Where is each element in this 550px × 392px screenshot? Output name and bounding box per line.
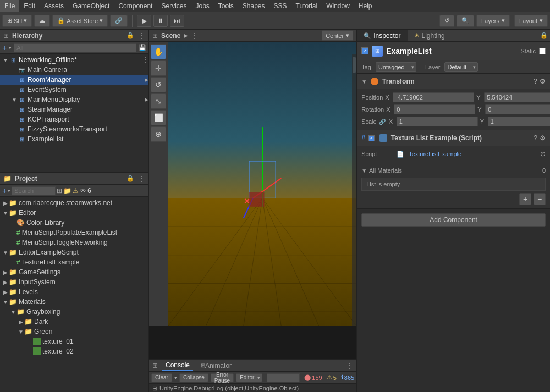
clear-btn[interactable]: Clear bbox=[151, 373, 172, 382]
menu-edit[interactable]: Edit bbox=[19, 0, 40, 12]
project-lock-icon[interactable]: 🔒 bbox=[127, 175, 134, 183]
transform-help-icon[interactable]: ? bbox=[534, 78, 537, 85]
proj-item-materials[interactable]: ▼ 📁 Materials bbox=[0, 297, 148, 307]
proj-item-steamworks[interactable]: ▶ 📁 com.rlabrecque.steamworks.net bbox=[0, 198, 148, 208]
error-pause-btn[interactable]: Error Pause bbox=[211, 373, 234, 382]
layer-select[interactable]: Default bbox=[444, 62, 478, 72]
undo-history-btn[interactable]: ↺ bbox=[439, 15, 454, 27]
add-icon[interactable]: + bbox=[2, 43, 7, 52]
scale-x-input[interactable] bbox=[397, 117, 478, 126]
step-btn[interactable]: ⏭ bbox=[170, 15, 184, 27]
project-add-icon[interactable]: + bbox=[2, 186, 7, 195]
hierarchy-save-icon[interactable]: 💾 bbox=[139, 44, 146, 51]
tree-item-roommanager[interactable]: ⊞ RoomManager ▶ bbox=[0, 75, 148, 85]
script-settings-icon[interactable]: ⚙ bbox=[540, 134, 546, 142]
proj-item-texturelist[interactable]: # TextureListExample bbox=[0, 257, 148, 267]
asset-store-btn[interactable]: 🔒 Asset Store ▾ bbox=[52, 15, 108, 27]
menu-gameobject[interactable]: GameObject bbox=[68, 0, 114, 12]
position-x-input[interactable] bbox=[393, 92, 474, 102]
project-search-input[interactable] bbox=[12, 186, 56, 195]
menu-shapes[interactable]: Shapes bbox=[238, 0, 270, 12]
menu-services[interactable]: Services bbox=[157, 0, 191, 12]
project-filter-icon[interactable]: ⊞ bbox=[57, 187, 62, 195]
scale-tool-btn[interactable]: ⤡ bbox=[151, 93, 166, 109]
menu-file[interactable]: File bbox=[0, 0, 19, 12]
script-help-icon[interactable]: ? bbox=[534, 134, 537, 142]
tree-item-mainmenudisplay[interactable]: ▼ ⊞ MainMenuDisplay ▶ bbox=[0, 95, 148, 104]
search-btn[interactable]: 🔍 bbox=[457, 15, 474, 27]
menu-jobs[interactable]: Jobs bbox=[191, 0, 213, 12]
menu-assets[interactable]: Assets bbox=[40, 0, 68, 12]
move-tool-btn[interactable]: ✛ bbox=[151, 60, 166, 76]
hand-tool-btn[interactable]: ✋ bbox=[151, 44, 166, 59]
clear-dropdown-arrow[interactable]: ▾ bbox=[174, 375, 177, 380]
proj-item-grayboxing[interactable]: ▼ 📁 Grayboxing bbox=[0, 307, 148, 317]
script-file-value[interactable]: TextureListExample bbox=[409, 151, 538, 157]
proj-item-inputsystem[interactable]: ▶ 📁 InputSystem bbox=[0, 277, 148, 287]
proj-item-colorlib[interactable]: 🎨 Color-Library bbox=[0, 218, 148, 228]
materials-arrow-icon[interactable]: ▼ bbox=[361, 168, 367, 174]
scene-more-icon[interactable]: ⋮ bbox=[191, 32, 198, 40]
pause-btn[interactable]: ⏸ bbox=[153, 15, 168, 27]
menu-tutorial[interactable]: Tutorial bbox=[292, 0, 322, 12]
rotation-x-input[interactable] bbox=[394, 104, 475, 114]
menu-tools[interactable]: Tools bbox=[214, 0, 238, 12]
rotation-y-input[interactable] bbox=[485, 104, 550, 114]
hierarchy-lock-icon[interactable]: 🔒 bbox=[127, 32, 134, 40]
tree-item-fizzytransport[interactable]: ⊞ FizzySteamworksTransport bbox=[0, 124, 148, 134]
proj-item-editorexample[interactable]: ▼ 📁 EditorExampleScript bbox=[0, 247, 148, 257]
tree-item-kcptransport[interactable]: ⊞ KCPTransport bbox=[0, 114, 148, 124]
console-tab-console[interactable]: Console bbox=[162, 360, 193, 371]
rotate-tool-btn[interactable]: ↺ bbox=[151, 77, 166, 92]
layout-dropdown[interactable]: Layout ▾ bbox=[514, 15, 548, 27]
hierarchy-more-icon[interactable]: ⋮ bbox=[139, 32, 145, 40]
tree-item-networking[interactable]: ▼ ⊞ Networking_Offline* ⋮ bbox=[0, 55, 148, 65]
static-checkbox[interactable] bbox=[539, 48, 546, 54]
proj-item-dark[interactable]: ▶ 📁 Dark bbox=[0, 317, 148, 327]
inspector-lock-icon[interactable]: 🔒 bbox=[540, 32, 548, 39]
script-component-header[interactable]: # ✓ Texture List Example (Script) ? ⚙ bbox=[357, 130, 550, 146]
proj-item-levels[interactable]: ▶ 📁 Levels bbox=[0, 287, 148, 297]
center-dropdown[interactable]: Center ▾ bbox=[322, 30, 353, 41]
console-search-input[interactable] bbox=[267, 373, 300, 382]
tree-item-eventsystem[interactable]: ⊞ EventSystem bbox=[0, 85, 148, 95]
console-tab-animator[interactable]: ⊞ Animator bbox=[197, 360, 235, 371]
collapse-btn[interactable]: Collapse bbox=[179, 373, 208, 382]
menu-help[interactable]: Help bbox=[354, 0, 377, 12]
tag-select[interactable]: Untagged bbox=[376, 62, 416, 72]
play-btn[interactable]: ▶ bbox=[137, 15, 151, 27]
sh-dropdown-btn[interactable]: ⊞ SH ▾ bbox=[2, 15, 32, 27]
editor-dropdown-btn[interactable]: Editor bbox=[236, 373, 262, 382]
console-more-icon[interactable]: ⋮ bbox=[346, 362, 353, 369]
transform-settings-icon[interactable]: ⚙ bbox=[540, 78, 546, 85]
rect-tool-btn[interactable]: ⬜ bbox=[151, 110, 166, 125]
transform-header[interactable]: ▼ Transform ? ⚙ bbox=[357, 74, 550, 89]
transform-tool-btn[interactable]: ⊕ bbox=[151, 126, 166, 142]
project-more-icon[interactable]: ⋮ bbox=[139, 175, 145, 183]
project-add-arrow[interactable]: ▾ bbox=[8, 188, 10, 194]
proj-item-texture01[interactable]: texture_01 bbox=[0, 336, 148, 346]
cloud-btn[interactable]: ☁ bbox=[34, 15, 50, 27]
proj-item-editor[interactable]: ▼ 📁 Editor bbox=[0, 208, 148, 218]
position-y-input[interactable] bbox=[484, 92, 550, 102]
script-enabled-checkbox[interactable]: ✓ bbox=[369, 135, 375, 141]
proj-item-gamesettings[interactable]: ▶ 📁 GameSettings bbox=[0, 267, 148, 277]
script-circle-btn[interactable]: ⊙ bbox=[540, 150, 546, 158]
menu-component[interactable]: Component bbox=[114, 0, 157, 12]
proj-item-menuscript2[interactable]: # MenuScriptToggleNetworking bbox=[0, 238, 148, 247]
project-eye-icon[interactable]: 👁 bbox=[80, 187, 86, 195]
tree-item-maincam[interactable]: 📷 Main Camera bbox=[0, 65, 148, 75]
list-remove-btn[interactable]: − bbox=[534, 193, 546, 205]
proj-item-texture02[interactable]: texture_02 bbox=[0, 346, 148, 356]
hierarchy-more-networking[interactable]: ⋮ bbox=[142, 56, 148, 64]
inspector-tab-lighting[interactable]: ☀ Lighting bbox=[408, 30, 452, 41]
menu-sss[interactable]: SSS bbox=[270, 0, 292, 12]
list-add-btn[interactable]: + bbox=[519, 193, 531, 205]
hierarchy-search-input[interactable] bbox=[14, 43, 136, 52]
add-component-btn[interactable]: Add Component bbox=[361, 213, 546, 227]
go-enabled-checkbox[interactable]: ✓ bbox=[361, 47, 369, 54]
layers-dropdown[interactable]: Layers ▾ bbox=[476, 15, 510, 27]
menu-window[interactable]: Window bbox=[322, 0, 354, 12]
collab-btn[interactable]: 🔗 bbox=[110, 15, 128, 27]
proj-item-green[interactable]: ▼ 📁 Green bbox=[0, 327, 148, 336]
